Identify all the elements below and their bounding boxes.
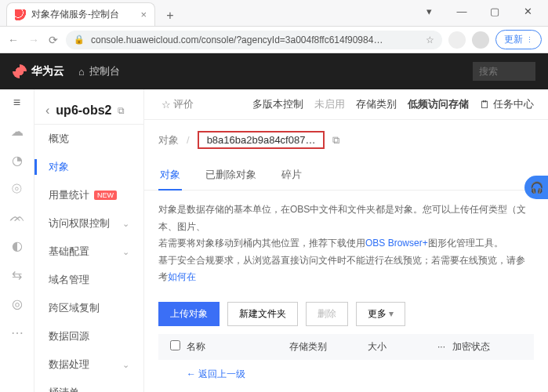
bucket-name: up6-obs2: [56, 103, 111, 118]
back-arrow-icon[interactable]: ‹: [45, 103, 49, 118]
appmenu-icon[interactable]: ▾: [413, 0, 445, 22]
chevron-down-icon: ⌄: [122, 219, 129, 229]
cloud-icon[interactable]: ☁: [11, 124, 24, 139]
profile-icon[interactable]: [472, 31, 489, 49]
link-icon[interactable]: ⇆: [12, 267, 22, 282]
new-tab-button[interactable]: +: [160, 5, 180, 26]
sidebar-item-2[interactable]: 用量统计NEW: [34, 181, 143, 209]
new-folder-button[interactable]: 新建文件夹: [227, 302, 298, 326]
more-button[interactable]: 更多: [356, 302, 405, 326]
copy-path-icon[interactable]: ⧉: [332, 134, 339, 147]
eval-link[interactable]: ☆ 评价: [161, 97, 194, 111]
disk-icon[interactable]: ◔: [12, 153, 23, 168]
tab-deleted[interactable]: 已删除对象: [204, 160, 258, 190]
breadcrumb-root[interactable]: 对象: [158, 133, 179, 147]
col-more[interactable]: ···: [430, 341, 452, 352]
sidebar-item-5[interactable]: 域名管理: [34, 266, 143, 294]
net-icon[interactable]: ᨏ: [9, 210, 25, 224]
sidebar-item-8[interactable]: 数据处理⌄: [34, 350, 143, 379]
window-controls: ▾ — ▢ ✕: [413, 0, 543, 22]
chevron-down-icon: ⌄: [122, 360, 129, 370]
close-window-icon[interactable]: ✕: [512, 0, 543, 22]
new-badge: NEW: [94, 191, 117, 200]
service-icon[interactable]: ◎: [12, 296, 23, 311]
sidebar-item-7[interactable]: 数据回源: [34, 322, 143, 350]
huawei-favicon: [15, 9, 26, 20]
browser-titlebar: 对象存储服务-控制台 × + ▾ — ▢ ✕: [0, 0, 548, 27]
menu-icon[interactable]: ≡: [13, 96, 20, 110]
back-to-parent-link[interactable]: ← 返回上一级: [187, 368, 245, 379]
col-enc[interactable]: 加密状态: [452, 340, 507, 354]
tab-objects[interactable]: 对象: [158, 160, 182, 190]
cloud-header: 华为云 ⌂ 控制台: [0, 53, 548, 89]
update-button[interactable]: 更新⋮: [495, 30, 542, 49]
object-table: 名称 存储类别 大小 ··· 加密状态 ← 返回上一级 360se_5.0_20…: [158, 334, 534, 392]
sidebar-item-9[interactable]: 桶清单: [34, 379, 143, 392]
tag-version: 多版本控制: [252, 97, 303, 111]
delete-button: 删除: [306, 302, 348, 326]
close-tab-icon[interactable]: ×: [140, 9, 147, 20]
star-icon[interactable]: ☆: [426, 34, 434, 45]
home-icon: ⌂: [78, 66, 85, 78]
sidebar-item-label: 域名管理: [49, 273, 89, 287]
content-area: ☆ 评价 多版本控制 未启用 存储类别 低频访问存储 🗒 任务中心 对象 / b…: [144, 89, 548, 392]
obs-browser-link[interactable]: OBS Browser+: [365, 238, 428, 249]
console-label: 控制台: [89, 64, 120, 78]
select-all-checkbox[interactable]: [170, 340, 180, 350]
tab-fragments[interactable]: 碎片: [280, 160, 303, 190]
forward-icon: →: [27, 32, 41, 48]
copy-icon[interactable]: ⧉: [118, 105, 125, 116]
sidebar-item-label: 数据回源: [49, 329, 89, 343]
sidebar-item-1[interactable]: 对象: [34, 153, 143, 181]
sidebar-item-label: 桶清单: [49, 386, 79, 392]
maximize-icon[interactable]: ▢: [479, 0, 510, 22]
huawei-flower-icon: [13, 64, 27, 78]
url-input[interactable]: 🔒 console.huaweicloud.com/console/?agenc…: [66, 31, 442, 49]
address-bar: ← → ⟳ 🔒 console.huaweicloud.com/console/…: [0, 27, 548, 53]
tag-class-value: 低频访问存储: [408, 97, 469, 111]
preview-help-link[interactable]: 如何在: [168, 271, 196, 282]
breadcrumb: 对象 / b8a16ba2b9a84cf087… ⧉: [144, 120, 548, 160]
more-services-icon[interactable]: ⋯: [11, 325, 24, 340]
sidebar-item-label: 跨区域复制: [49, 301, 100, 315]
db-icon[interactable]: ⦾: [12, 182, 22, 196]
header-search: [473, 62, 535, 81]
reload-icon[interactable]: ⟳: [47, 32, 60, 48]
mgmt-icon[interactable]: ◐: [12, 238, 23, 253]
brand-text: 华为云: [31, 64, 64, 78]
tab-title: 对象存储服务-控制台: [31, 8, 135, 21]
upload-button[interactable]: 上传对象: [158, 302, 220, 326]
breadcrumb-current: b8a16ba2b9a84cf087…: [198, 131, 325, 149]
back-icon[interactable]: ←: [6, 32, 20, 48]
help-float-icon[interactable]: 🎧: [524, 176, 548, 199]
extension-icon[interactable]: [448, 31, 466, 49]
bucket-tags: 多版本控制 未启用 存储类别 低频访问存储 🗒 任务中心: [252, 97, 534, 111]
sidebar-item-label: 对象: [49, 160, 69, 174]
url-text: console.huaweicloud.com/console/?agencyI…: [91, 34, 419, 45]
tag-class-label: 存储类别: [356, 97, 397, 111]
lock-icon: 🔒: [74, 34, 85, 45]
console-link[interactable]: ⌂ 控制台: [78, 64, 120, 78]
col-class[interactable]: 存储类别: [289, 340, 368, 354]
sidebar-item-6[interactable]: 跨区域复制: [34, 294, 143, 322]
sidebar-item-label: 用量统计: [49, 188, 89, 202]
col-name[interactable]: 名称: [187, 340, 289, 354]
sidebar-item-label: 基础配置: [49, 245, 89, 259]
table-header: 名称 存储类别 大小 ··· 加密状态: [158, 334, 534, 360]
icon-rail: ≡ ☁ ◔ ⦾ ᨏ ◐ ⇆ ◎ ⋯: [0, 89, 34, 392]
sidebar-item-3[interactable]: 访问权限控制⌄: [34, 209, 143, 238]
minimize-icon[interactable]: —: [446, 0, 477, 22]
sidebar-item-0[interactable]: 概览: [34, 125, 143, 153]
browser-tab[interactable]: 对象存储服务-控制台 ×: [6, 2, 155, 26]
search-input[interactable]: [473, 62, 535, 81]
sidebar-item-label: 概览: [49, 132, 69, 146]
col-size[interactable]: 大小: [368, 340, 430, 354]
chevron-down-icon: ⌄: [122, 247, 129, 257]
description-text: 对象是数据存储的基本单位，在OBS中文件和文件夹都是对象。您可以上传任何类型（文…: [144, 191, 548, 297]
huawei-logo[interactable]: 华为云: [13, 64, 64, 78]
tag-disabled: 未启用: [314, 97, 345, 111]
task-center-link[interactable]: 🗒 任务中心: [480, 97, 534, 111]
breadcrumb-sep: /: [187, 134, 190, 146]
sidebar-item-label: 数据处理: [49, 358, 89, 372]
sidebar-item-4[interactable]: 基础配置⌄: [34, 238, 143, 266]
